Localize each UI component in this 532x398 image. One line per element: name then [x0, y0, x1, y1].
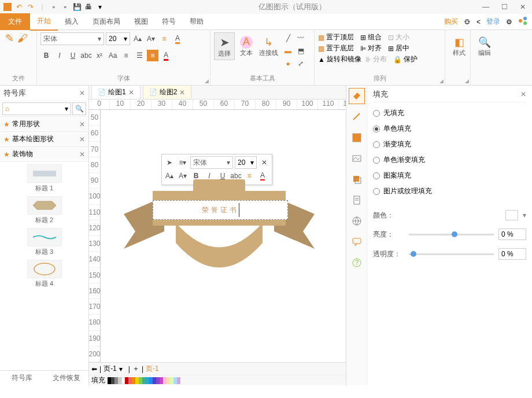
- rp-tab-line[interactable]: [349, 109, 365, 125]
- fill-opt-none[interactable]: 无填充: [373, 108, 526, 118]
- settings-icon[interactable]: ⚙: [506, 18, 512, 26]
- login-link[interactable]: 登录: [486, 17, 500, 27]
- align-objects-icon[interactable]: ⊫: [360, 45, 366, 53]
- style-group-expand[interactable]: ◢: [465, 78, 469, 84]
- circle-tool-icon[interactable]: ●: [282, 58, 294, 69]
- rotate-mirror-icon[interactable]: ▲: [318, 56, 325, 64]
- center-icon[interactable]: ⊞: [388, 45, 394, 53]
- window-minimize[interactable]: —: [479, 1, 493, 13]
- page-name[interactable]: 页-1: [146, 364, 159, 374]
- library-search-select[interactable]: ⌂▾: [2, 102, 71, 115]
- font-size-select[interactable]: 20▾: [106, 32, 130, 45]
- shape-title-1[interactable]: 标题 1: [2, 164, 86, 193]
- menu-insert[interactable]: 插入: [58, 13, 86, 30]
- float-size-select[interactable]: 20▾: [235, 156, 257, 169]
- connector-tool[interactable]: ↳连接线: [258, 32, 279, 60]
- menu-help[interactable]: 帮助: [183, 13, 210, 30]
- increase-font-icon[interactable]: A▴: [132, 33, 143, 45]
- fill-opt-solid[interactable]: 单色填充: [373, 124, 526, 134]
- undo-button[interactable]: ↶: [14, 2, 24, 12]
- search-icon[interactable]: 🔍: [72, 102, 86, 115]
- opacity-value[interactable]: 0 %: [498, 248, 526, 260]
- category-decorations[interactable]: ★装饰物✕: [0, 147, 88, 162]
- group-icon[interactable]: ⊞: [360, 34, 366, 42]
- redo-button[interactable]: ↷: [25, 2, 36, 12]
- float-align-icon[interactable]: ≡▾: [177, 157, 189, 168]
- doc-tab-1[interactable]: 📄绘图1✕: [91, 85, 141, 100]
- font-group-expand[interactable]: ◢: [205, 78, 209, 84]
- line-spacing-icon[interactable]: ☰: [134, 50, 145, 61]
- page-label[interactable]: 页-1: [104, 364, 117, 374]
- shape-title-2[interactable]: 标题 2: [2, 196, 86, 224]
- menu-start[interactable]: 开始: [30, 13, 58, 31]
- bold-button[interactable]: B: [40, 50, 52, 61]
- float-close-icon[interactable]: ✕: [258, 157, 270, 168]
- brightness-value[interactable]: 0 %: [498, 229, 526, 240]
- rect-tool-icon[interactable]: ▬: [282, 45, 294, 57]
- text-tool[interactable]: A文本: [236, 32, 257, 60]
- fill-opt-mono-gradient[interactable]: 单色渐变填充: [373, 155, 526, 165]
- doc-tab-2[interactable]: 📄绘图2✕: [143, 85, 192, 100]
- text-fill-icon[interactable]: A: [160, 50, 172, 61]
- crop-tool-icon[interactable]: ⬒: [295, 45, 306, 57]
- rp-tab-shadow[interactable]: [349, 130, 365, 146]
- category-common-shapes[interactable]: ★常用形状✕: [0, 117, 88, 132]
- print-icon[interactable]: 🖶: [83, 2, 94, 12]
- float-font-select[interactable]: 宋体▾: [190, 156, 233, 169]
- float-select-icon[interactable]: ➤: [164, 157, 175, 168]
- rp-tab-fill[interactable]: [349, 88, 365, 104]
- size-icon[interactable]: ⊡: [388, 34, 394, 42]
- share-icon[interactable]: ⯐: [464, 18, 471, 26]
- add-page-icon[interactable]: ＋: [132, 364, 139, 374]
- tab-symbol-library[interactable]: 符号库: [0, 371, 45, 385]
- menu-symbol[interactable]: 符号: [155, 13, 183, 30]
- send-back-icon[interactable]: ▩: [318, 45, 324, 53]
- rp-tab-layer[interactable]: [349, 171, 365, 187]
- rp-tab-comment[interactable]: [349, 234, 365, 250]
- case-button[interactable]: Aa: [107, 50, 119, 61]
- underline-button[interactable]: U: [67, 50, 79, 61]
- panel-close-icon[interactable]: ✕: [79, 89, 85, 97]
- export-icon[interactable]: ▾: [95, 2, 105, 12]
- edit-button[interactable]: 🔍编辑: [474, 32, 495, 60]
- style-button[interactable]: ◧样式: [449, 32, 470, 60]
- shape-title-3[interactable]: 标题 3: [2, 228, 86, 256]
- pen-tool-icon[interactable]: 〰: [295, 32, 306, 44]
- bullet-list-icon[interactable]: ≡: [120, 50, 132, 61]
- window-maximize[interactable]: ☐: [497, 1, 511, 13]
- save-icon[interactable]: 💾: [72, 2, 82, 12]
- align-icon[interactable]: ≡: [147, 50, 158, 61]
- new-file-icon[interactable]: ▫: [49, 2, 59, 12]
- brightness-slider[interactable]: [409, 234, 494, 235]
- font-family-select[interactable]: 宋体▾: [40, 32, 104, 45]
- strike-button[interactable]: abc: [80, 50, 92, 61]
- arrange-front-label[interactable]: 置于顶层: [326, 32, 354, 42]
- rp-tab-web[interactable]: [349, 213, 365, 229]
- menu-view[interactable]: 视图: [127, 13, 155, 30]
- select-tool[interactable]: ➤选择: [214, 32, 235, 60]
- rp-tab-page[interactable]: [349, 192, 365, 208]
- brand-icon[interactable]: [518, 16, 527, 27]
- decrease-font-icon[interactable]: A▾: [145, 33, 157, 45]
- link-icon[interactable]: <: [476, 18, 481, 26]
- italic-button[interactable]: I: [54, 50, 65, 61]
- tab-close-icon[interactable]: ✕: [128, 89, 134, 97]
- fill-opt-texture[interactable]: 图片或纹理填充: [373, 186, 526, 196]
- fill-opt-pattern[interactable]: 图案填充: [373, 171, 526, 180]
- opacity-slider[interactable]: [409, 253, 494, 255]
- tab-file-recovery[interactable]: 文件恢复: [45, 371, 89, 385]
- highlight-icon[interactable]: ≡: [158, 33, 170, 45]
- lock-icon[interactable]: 🔒: [393, 56, 402, 64]
- color-picker[interactable]: [505, 210, 518, 220]
- color-swatch[interactable]: [177, 377, 180, 384]
- arrange-group-expand[interactable]: ◢: [439, 78, 444, 84]
- menu-pagelayout[interactable]: 页面布局: [86, 13, 127, 30]
- rp-close-icon[interactable]: ✕: [520, 90, 526, 98]
- bring-front-icon[interactable]: ▩: [318, 34, 324, 42]
- canvas[interactable]: ➤ ≡▾ 宋体▾ 20▾ ✕ A▴ A▾ B I U abc ≡ A: [101, 110, 346, 362]
- shape-title-4[interactable]: 标题 4: [2, 260, 86, 288]
- distribute-icon[interactable]: ⊪: [365, 56, 371, 64]
- font-color-icon[interactable]: A: [172, 33, 183, 45]
- page-nav-left-icon[interactable]: ⬅: [91, 365, 97, 373]
- superscript-button[interactable]: x²: [94, 50, 105, 61]
